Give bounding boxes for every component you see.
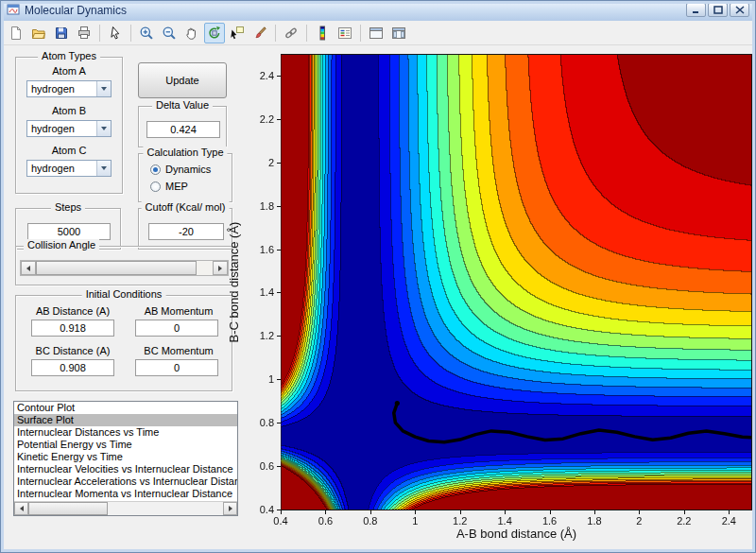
y-tick-label: 1.2 <box>244 330 274 341</box>
maximize-button[interactable] <box>708 3 728 17</box>
bc-momentum-label: BC Momentum <box>131 345 226 356</box>
dynamics-radio[interactable]: Dynamics <box>150 164 211 175</box>
plot-type-listbox[interactable]: Contour Plot Surface Plot Internuclear D… <box>13 401 238 516</box>
chevron-down-icon[interactable] <box>96 81 111 96</box>
radio-selected-icon[interactable] <box>150 164 161 175</box>
ab-distance-field[interactable] <box>31 320 114 337</box>
insert-colorbar-icon[interactable] <box>312 23 333 43</box>
x-tick <box>594 510 595 514</box>
list-item[interactable]: Kinetic Energy vs Time <box>14 451 237 463</box>
atom-b-dropdown[interactable]: hydrogen <box>26 120 112 137</box>
collision-angle-panel: Collision Angle <box>15 246 232 285</box>
scrollbar-left-arrow-icon[interactable] <box>14 502 28 515</box>
cutoff-field[interactable] <box>148 223 224 240</box>
x-tick-label: 0.4 <box>273 515 287 527</box>
scrollbar-thumb[interactable] <box>28 502 108 515</box>
pan-icon[interactable] <box>181 23 202 43</box>
close-button[interactable] <box>730 3 749 17</box>
show-plot-tools-icon[interactable] <box>388 23 409 43</box>
ab-distance-label: AB Distance (A) <box>26 305 120 317</box>
list-item[interactable]: Internuclear Velocities vs Internuclear … <box>14 463 237 475</box>
toolbar-separator <box>99 25 100 42</box>
minimize-button[interactable] <box>686 3 706 17</box>
atom-c-value: hydrogen <box>27 163 96 174</box>
radio-unselected-icon[interactable] <box>150 181 161 192</box>
link-plot-icon[interactable] <box>281 23 301 43</box>
x-tick-label: 0.8 <box>363 515 377 527</box>
atom-a-dropdown[interactable]: hydrogen <box>26 80 112 97</box>
titlebar[interactable]: Molecular Dynamics <box>0 0 756 21</box>
x-axis-label: A-B bond distance (Å) <box>281 527 752 541</box>
list-item[interactable]: Internuclear Momenta vs Internuclear Dis… <box>14 488 237 500</box>
steps-field[interactable] <box>27 223 111 240</box>
delta-value-title: Delta Value <box>152 99 213 111</box>
x-tick <box>639 510 640 514</box>
atom-types-panel-title: Atom Types <box>38 50 100 61</box>
calculation-type-title: Calculation Type <box>143 147 227 158</box>
y-tick-label: 0.8 <box>244 417 274 428</box>
app-icon <box>7 3 20 18</box>
y-tick-label: 2.4 <box>244 70 274 81</box>
collision-angle-title: Collision Angle <box>24 239 99 251</box>
ab-momentum-field[interactable] <box>135 320 218 337</box>
x-tick-label: 2 <box>636 515 642 527</box>
slider-thumb[interactable] <box>36 261 197 275</box>
atom-types-panel: Atom Types Atom A hydrogen Atom B hydrog… <box>15 57 123 194</box>
zoom-in-icon[interactable] <box>136 23 157 43</box>
bc-distance-label: BC Distance (A) <box>26 345 120 356</box>
atom-c-dropdown[interactable]: hydrogen <box>26 160 112 177</box>
x-tick <box>684 510 685 514</box>
x-tick <box>370 510 371 514</box>
listbox-horizontal-scrollbar[interactable] <box>14 501 237 515</box>
toolbar-separator <box>130 25 131 42</box>
insert-legend-icon[interactable] <box>335 23 355 43</box>
x-tick-label: 2.4 <box>722 515 736 527</box>
open-file-icon[interactable] <box>28 23 49 43</box>
list-item-selected[interactable]: Surface Plot <box>14 414 237 426</box>
x-tick <box>325 510 326 514</box>
x-tick <box>505 510 506 514</box>
atom-c-label: Atom C <box>16 145 122 156</box>
contour-plot[interactable] <box>281 54 752 510</box>
brush-data-icon[interactable] <box>249 23 270 43</box>
x-tick-label: 0.6 <box>318 515 333 527</box>
slider-left-arrow-icon[interactable] <box>21 261 36 275</box>
slider-right-arrow-icon[interactable] <box>213 261 228 275</box>
data-cursor-icon[interactable] <box>227 23 248 43</box>
new-figure-icon[interactable] <box>6 23 26 43</box>
plot-type-list: Contour Plot Surface Plot Internuclear D… <box>14 402 237 501</box>
list-item[interactable]: Contour Plot <box>14 402 237 414</box>
mep-radio[interactable]: MEP <box>150 181 188 192</box>
y-tick-label: 0.4 <box>244 504 274 515</box>
delta-value-field[interactable] <box>146 121 220 138</box>
toolbar-separator <box>360 25 361 42</box>
atom-b-value: hydrogen <box>27 123 96 134</box>
x-tick-label: 1.4 <box>497 515 511 527</box>
hide-plot-tools-icon[interactable] <box>366 23 387 43</box>
y-tick-label: 1.4 <box>244 286 274 298</box>
rotate-3d-icon[interactable] <box>204 23 225 43</box>
x-tick <box>729 510 730 514</box>
list-item[interactable]: Internuclear Distances vs Time <box>14 426 237 439</box>
x-tick <box>460 510 461 514</box>
list-item[interactable]: Internuclear Accelerations vs Internucle… <box>14 475 237 488</box>
update-button[interactable]: Update <box>138 62 227 98</box>
zoom-out-icon[interactable] <box>159 23 180 43</box>
bc-momentum-field[interactable] <box>135 359 218 376</box>
calculation-type-panel: Calculation Type Dynamics MEP <box>138 153 232 202</box>
initial-conditions-panel: Initial Conditions AB Distance (A) AB Mo… <box>15 295 232 391</box>
collision-angle-slider[interactable] <box>20 260 229 276</box>
window-title: Molecular Dynamics <box>25 4 127 17</box>
chevron-down-icon[interactable] <box>96 121 111 136</box>
app-window: Molecular Dynamics Atom Types Atom A <box>0 0 756 553</box>
list-item[interactable]: Potential Energy vs Time <box>14 439 237 451</box>
edit-plot-icon[interactable] <box>105 23 126 43</box>
print-figure-icon[interactable] <box>74 23 94 43</box>
steps-title: Steps <box>51 201 85 213</box>
bc-distance-field[interactable] <box>31 359 114 376</box>
chevron-down-icon[interactable] <box>96 161 111 176</box>
x-tick-label: 2.2 <box>677 515 691 527</box>
x-tick <box>415 510 416 514</box>
save-figure-icon[interactable] <box>51 23 72 43</box>
atom-a-label: Atom A <box>16 65 122 77</box>
